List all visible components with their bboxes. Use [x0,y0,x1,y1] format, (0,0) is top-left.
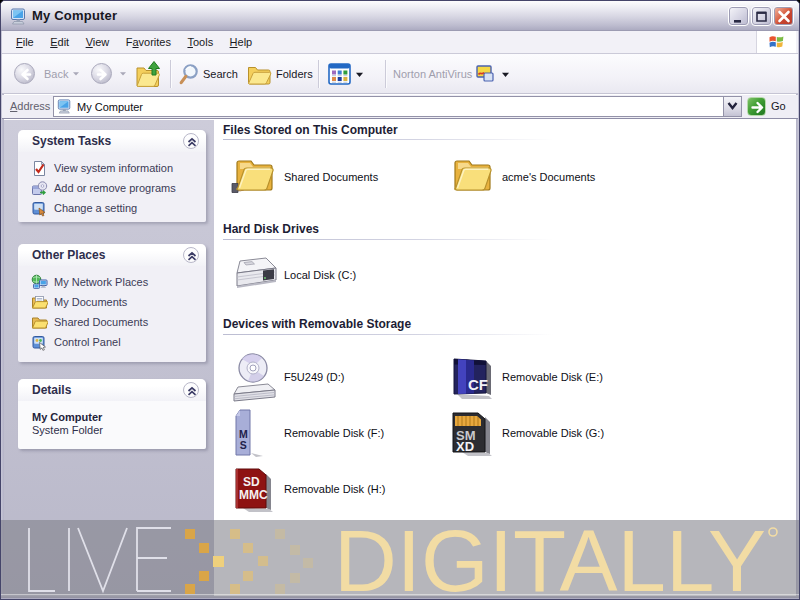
registered-mark [769,528,777,536]
place-link-label: Shared Documents [54,313,148,332]
toolbar-separator [318,60,319,88]
address-input[interactable]: My Computer [53,96,742,117]
task-link-label: View system information [54,159,173,178]
item-removable-disk-g[interactable]: SM XD Removable Disk (G:) [448,405,666,461]
smxd-card-icon: SM XD [448,408,496,458]
folders-label[interactable]: Folders [276,54,313,94]
shared-documents-icon [31,314,48,331]
item-label: Removable Disk (F:) [284,427,384,439]
collapse-button[interactable] [183,133,199,149]
task-link-label: Add or remove programs [54,179,176,198]
folders-icon [247,64,272,86]
title-bar[interactable]: My Computer [1,1,799,31]
back-button[interactable] [14,63,35,84]
svg-text:SD: SD [243,475,260,489]
address-dropdown-button[interactable] [723,97,741,116]
add-remove-programs-icon [31,180,48,197]
control-panel-icon [31,334,48,351]
go-label[interactable]: Go [771,95,786,118]
group-divider [223,239,571,240]
minimize-button[interactable] [728,6,749,26]
views-icon [328,63,351,85]
group-divider [223,139,571,140]
search-label[interactable]: Search [203,54,238,94]
go-button[interactable] [747,97,766,116]
up-button[interactable] [135,59,161,93]
folder-icon [448,155,496,199]
item-removable-disk-e[interactable]: CF Removable Disk (E:) [448,349,666,405]
item-acmes-documents[interactable]: acme's Documents [448,154,666,200]
address-bar: Address My Computer Go [2,95,798,119]
forward-button[interactable] [91,63,112,84]
task-add-or-remove-programs[interactable]: Add or remove programs [18,179,206,199]
panel-header[interactable]: System Tasks [18,130,206,152]
place-shared-documents[interactable]: Shared Documents [18,313,206,333]
pixel-chevron-pattern [185,529,313,594]
details-item-name: My Computer [18,405,206,423]
my-documents-icon [31,294,48,311]
item-local-disk-c[interactable]: Local Disk (C:) [230,252,448,298]
menu-tools[interactable]: Tools [181,31,219,53]
task-view-system-information[interactable]: View system information [18,159,206,179]
svg-text:MMC: MMC [239,488,268,502]
change-setting-icon [31,200,48,217]
menu-bar: File Edit View Favorites Tools Help [2,31,798,54]
panel-header[interactable]: Details [18,379,206,401]
back-arrow-icon [15,64,36,85]
digitally-text: DIGITALLY [334,520,766,598]
place-link-label: My Network Places [54,273,148,292]
folders-button[interactable] [247,64,272,90]
menu-file[interactable]: File [10,31,40,53]
place-link-label: My Documents [54,293,127,312]
norton-dropdown-icon[interactable] [501,72,510,78]
close-button[interactable] [773,6,794,26]
go-arrow-icon [749,99,766,116]
panel-header[interactable]: Other Places [18,244,206,266]
address-value: My Computer [77,97,143,117]
norton-antivirus-button[interactable] [476,65,495,86]
toolbar-separator [170,60,171,88]
menu-help[interactable]: Help [224,31,259,53]
windows-flag-icon [767,32,787,52]
cf-card-icon: CF [448,353,496,401]
norton-antivirus-label[interactable]: Norton AntiVirus [393,54,472,94]
menu-favorites[interactable]: Favorites [120,31,177,53]
chevron-up-icon [185,135,199,149]
views-button[interactable] [328,63,351,89]
collapse-button[interactable] [183,382,199,398]
forward-arrow-icon [92,64,113,85]
task-change-a-setting[interactable]: Change a setting [18,199,206,219]
search-button[interactable] [177,63,199,91]
cd-drive-icon [230,351,278,403]
item-removable-disk-h[interactable]: SD MMC Removable Disk (H:) [230,461,448,517]
panel-system-tasks: System Tasks View [18,130,206,222]
collapse-button[interactable] [183,247,199,263]
group-divider [223,334,571,335]
item-removable-disk-f[interactable]: M S Removable Disk (F:) [230,405,448,461]
item-shared-documents[interactable]: Shared Documents [230,154,448,200]
up-folder-icon [135,59,161,89]
item-f5u249-d[interactable]: F5U249 (D:) [230,349,448,405]
menu-view[interactable]: View [80,31,116,53]
item-label: Removable Disk (E:) [502,371,603,383]
place-my-network-places[interactable]: My Network Places [18,273,206,293]
back-label[interactable]: Back [44,54,68,94]
memory-stick-icon: M S [230,407,278,459]
shared-folder-icon [230,155,278,199]
maximize-button[interactable] [751,6,772,26]
place-my-documents[interactable]: My Documents [18,293,206,313]
group-title-removable: Devices with Removable Storage [223,317,411,331]
group-title-files: Files Stored on This Computer [223,123,398,137]
item-label: Removable Disk (G:) [502,427,604,439]
back-dropdown-icon[interactable] [72,71,80,77]
search-icon [177,63,199,87]
live-outline-text [29,528,171,591]
place-control-panel[interactable]: Control Panel [18,333,206,353]
menu-edit[interactable]: Edit [44,31,75,53]
item-label: F5U249 (D:) [284,371,345,383]
views-dropdown-icon[interactable] [355,72,364,78]
forward-dropdown-icon[interactable] [119,71,127,77]
panel-title: Details [32,379,71,401]
item-label: Local Disk (C:) [284,269,356,281]
svg-text:S: S [240,439,247,451]
